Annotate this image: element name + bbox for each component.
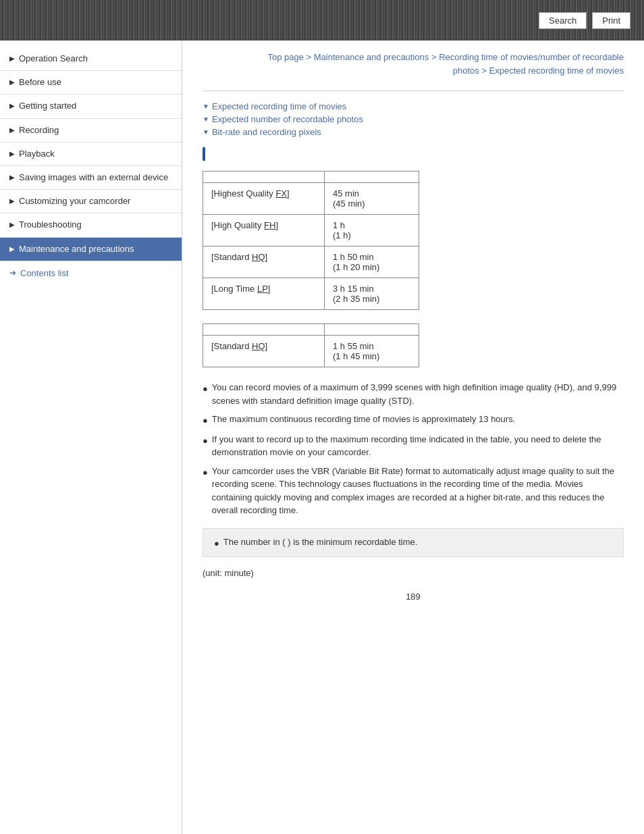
bullet-icon: ● [203, 466, 208, 479]
page-layout: ▶ Operation Search ▶ Before use ▶ Gettin… [0, 41, 644, 834]
print-button[interactable]: Print [592, 12, 630, 29]
quality-cell: [Highest Quality FX] [203, 183, 325, 215]
sidebar-item-customizing[interactable]: ▶ Customizing your camcorder [0, 190, 182, 213]
anchor-link-recordable-photos[interactable]: ▼ Expected number of recordable photos [203, 114, 624, 124]
triangle-down-icon: ▼ [203, 115, 209, 123]
arrow-icon: ▶ [9, 54, 15, 63]
quality-cell: [Standard HQ] [203, 246, 325, 278]
anchor-link-recording-time[interactable]: ▼ Expected recording time of movies [203, 101, 624, 111]
breadcrumb-part2[interactable]: Maintenance and precautions [314, 52, 429, 62]
time-cell: 3 h 15 min(2 h 35 min) [325, 278, 419, 310]
quality-cell: [Standard HQ] [203, 336, 325, 367]
page-number: 189 [203, 585, 624, 608]
breadcrumb-part4[interactable]: photos > Expected recording time of movi… [453, 66, 624, 76]
note-text: If you want to record up to the maximum … [212, 433, 624, 459]
sidebar-item-maintenance[interactable]: ▶ Maintenance and precautions [0, 238, 182, 261]
arrow-icon: ▶ [9, 197, 15, 206]
contents-list-link[interactable]: ➔ Contents list [0, 261, 182, 285]
breadcrumb-sep1: > [304, 52, 314, 62]
table-row: [Long Time LP]3 h 15 min(2 h 35 min) [203, 278, 419, 310]
time-cell: 1 h(1 h) [325, 215, 419, 246]
sidebar-item-playback[interactable]: ▶ Playback [0, 142, 182, 166]
table2-container: [Standard HQ]1 h 55 min(1 h 45 min) [203, 323, 624, 367]
anchor-link-bit-rate[interactable]: ▼ Bit-rate and recording pixels [203, 127, 624, 137]
time-cell: 1 h 55 min(1 h 45 min) [325, 336, 419, 367]
note-text: You can record movies of a maximum of 3,… [212, 381, 624, 407]
recording-time-table2: [Standard HQ]1 h 55 min(1 h 45 min) [203, 323, 419, 367]
blue-bar-icon [203, 147, 205, 161]
anchor-links: ▼ Expected recording time of movies ▼ Ex… [203, 101, 624, 137]
recording-time-table1: [Highest Quality FX]45 min(45 min)[High … [203, 171, 419, 310]
arrow-icon: ▶ [9, 101, 15, 111]
triangle-down-icon: ▼ [203, 103, 209, 110]
sidebar: ▶ Operation Search ▶ Before use ▶ Gettin… [0, 41, 182, 834]
arrow-icon: ▶ [9, 244, 15, 254]
table-row: [Highest Quality FX]45 min(45 min) [203, 183, 419, 215]
breadcrumb-part1[interactable]: Top page [267, 52, 304, 62]
main-content: Top page > Maintenance and precautions >… [182, 41, 644, 834]
quality-cell: [Long Time LP] [203, 278, 325, 310]
triangle-down-icon: ▼ [203, 128, 209, 136]
unit-label: (unit: minute) [203, 568, 624, 578]
sidebar-item-recording[interactable]: ▶ Recording [0, 119, 182, 142]
table1-container: [Highest Quality FX]45 min(45 min)[High … [203, 171, 624, 310]
arrow-icon: ▶ [9, 126, 15, 135]
time-cell: 1 h 50 min(1 h 20 min) [325, 246, 419, 278]
breadcrumb-part3[interactable]: Recording time of movies/number of recor… [439, 52, 624, 62]
sidebar-item-before-use[interactable]: ▶ Before use [0, 71, 182, 95]
note-text: The maximum continuous recording time of… [212, 413, 515, 426]
table-row: [High Quality FH]1 h(1 h) [203, 215, 419, 246]
breadcrumb-sep2: > [429, 52, 439, 62]
arrow-icon: ▶ [9, 78, 15, 87]
header: Search Print [0, 0, 644, 41]
search-button[interactable]: Search [539, 12, 587, 29]
table-row: [Standard HQ]1 h 50 min(1 h 20 min) [203, 246, 419, 278]
note-box: ● The number in ( ) is the minimum recor… [203, 528, 624, 557]
arrow-icon: ▶ [9, 220, 15, 230]
note-item: ●You can record movies of a maximum of 3… [203, 381, 624, 407]
note-item: ●The maximum continuous recording time o… [203, 413, 624, 427]
section-marker [203, 147, 624, 161]
table-row: [Standard HQ]1 h 55 min(1 h 45 min) [203, 336, 419, 367]
note-text: Your camcorder uses the VBR (Variable Bi… [212, 465, 624, 517]
sidebar-item-troubleshooting[interactable]: ▶ Troubleshooting [0, 213, 182, 237]
arrow-right-icon: ➔ [9, 268, 16, 278]
quality-cell: [High Quality FH] [203, 215, 325, 246]
note-item: ●If you want to record up to the maximum… [203, 433, 624, 459]
arrow-icon: ▶ [9, 149, 15, 159]
sidebar-item-operation-search[interactable]: ▶ Operation Search [0, 47, 182, 71]
bullet-icon: ● [203, 414, 208, 427]
bullet-icon: ● [214, 538, 219, 548]
sidebar-item-getting-started[interactable]: ▶ Getting started [0, 95, 182, 118]
bullet-icon: ● [203, 382, 208, 396]
notes-section: ●You can record movies of a maximum of 3… [203, 381, 624, 517]
arrow-icon: ▶ [9, 173, 15, 182]
time-cell: 45 min(45 min) [325, 183, 419, 215]
divider [203, 90, 624, 91]
sidebar-item-saving-images[interactable]: ▶ Saving images with an external device [0, 166, 182, 190]
note-box-item: ● The number in ( ) is the minimum recor… [214, 537, 612, 548]
note-item: ●Your camcorder uses the VBR (Variable B… [203, 465, 624, 517]
bullet-icon: ● [203, 434, 208, 448]
breadcrumb: Top page > Maintenance and precautions >… [203, 51, 624, 77]
